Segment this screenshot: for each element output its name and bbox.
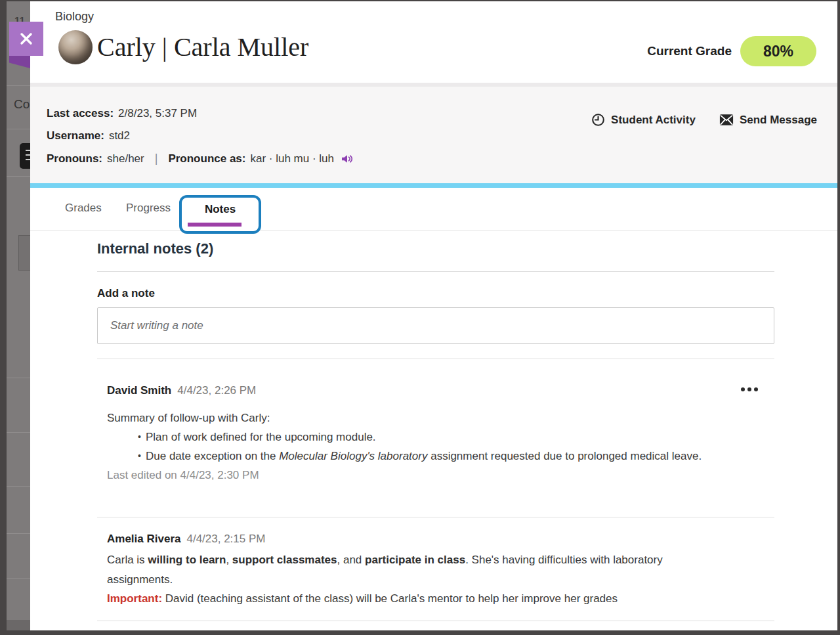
- dimmed-background-page: 11 Co: [7, 1, 30, 630]
- tab-progress[interactable]: Progress: [126, 202, 171, 215]
- tab-bar: Grades Progress Notes: [30, 188, 837, 231]
- student-avatar: [58, 30, 93, 64]
- last-access-value: 2/8/23, 5:37 PM: [118, 107, 197, 120]
- background-input-edge: [18, 235, 30, 271]
- background-divider: [7, 533, 30, 534]
- background-divider: [7, 176, 30, 177]
- note-text-bold: willing to learn: [148, 554, 226, 566]
- username-value: std2: [109, 129, 130, 142]
- note-author: Amelia Rivera: [107, 533, 180, 545]
- username-label: Username:: [47, 129, 104, 142]
- tab-grades[interactable]: Grades: [65, 202, 102, 215]
- important-label: Important:: [107, 592, 162, 605]
- send-message-label: Send Message: [740, 114, 817, 127]
- divider: [97, 359, 774, 359]
- envelope-icon: [719, 114, 734, 126]
- background-divider: [7, 85, 30, 86]
- note-text: Important: David (teaching assistant of …: [107, 589, 727, 609]
- note-text: assignment requested due to prolonged me…: [427, 450, 702, 462]
- menu-icon: [20, 143, 30, 169]
- note-text-italic: Molecular Biology's laboratory: [279, 450, 427, 462]
- pronouns-row: Pronouns: she/her | Pronounce as: kar · …: [47, 152, 354, 165]
- pronounce-audio-button[interactable]: [340, 152, 354, 165]
- close-panel-button[interactable]: [9, 22, 43, 56]
- note-header: David Smith4/4/23, 2:26 PM: [107, 384, 256, 397]
- internal-notes-heading: Internal notes (2): [97, 240, 213, 257]
- speaker-icon: [340, 152, 354, 165]
- student-detail-panel: Biology Carly | Carla Muller Current Gra…: [30, 1, 837, 630]
- note-timestamp: 4/4/23, 2:15 PM: [186, 533, 265, 545]
- note-text: Carla is willing to learn, support class…: [107, 550, 727, 589]
- separator: |: [155, 152, 158, 165]
- note-header: Amelia Rivera4/4/23, 2:15 PM: [107, 533, 265, 546]
- background-divider: [7, 378, 30, 378]
- section-accent-bar: [30, 183, 837, 188]
- pronounce-label: Pronounce as:: [168, 152, 245, 165]
- background-partial-text: Co: [14, 97, 30, 112]
- background-divider: [7, 129, 30, 129]
- note-author: David Smith: [107, 384, 171, 397]
- active-tab-underline: [188, 223, 242, 227]
- header-actions: Student Activity Send Message: [591, 113, 817, 127]
- background-divider: [7, 486, 30, 487]
- tab-notes-label: Notes: [182, 203, 259, 216]
- student-name-title: Carly | Carla Muller: [97, 29, 308, 66]
- note-bullet-item: • Due date exception on the Molecular Bi…: [107, 447, 702, 466]
- bullet-glyph: •: [138, 427, 141, 447]
- note-options-button[interactable]: [738, 385, 761, 394]
- background-footer-strip: [7, 620, 30, 630]
- note-body: Summary of follow-up with Carly: • Plan …: [107, 408, 702, 485]
- note-last-edited: Last edited on 4/4/23, 2:30 PM: [107, 466, 702, 485]
- current-grade-label: Current Grade: [647, 44, 732, 58]
- note-text-bold: participate in class: [365, 554, 465, 566]
- student-activity-button[interactable]: Student Activity: [591, 113, 696, 127]
- pronouns-label: Pronouns:: [47, 152, 102, 165]
- divider: [97, 271, 774, 272]
- panel-header: Biology Carly | Carla Muller Current Gra…: [30, 1, 837, 83]
- note-bullet-item: • Plan of work defined for the upcoming …: [107, 427, 702, 447]
- note-body: Carla is willing to learn, support class…: [107, 550, 727, 609]
- last-access-label: Last access:: [47, 107, 114, 120]
- note-text-bold: support classmates: [232, 554, 337, 566]
- student-info-band: Last access: 2/8/23, 5:37 PM Username: s…: [30, 87, 837, 183]
- student-activity-label: Student Activity: [611, 114, 696, 127]
- background-divider: [7, 578, 30, 579]
- grade-pill: 80%: [740, 36, 816, 66]
- current-grade: Current Grade 80%: [647, 36, 816, 66]
- username-row: Username: std2: [47, 129, 130, 142]
- tab-notes[interactable]: Notes: [179, 195, 261, 234]
- send-message-button[interactable]: Send Message: [719, 113, 817, 127]
- pronounce-value: kar · luh mu · luh: [250, 152, 334, 165]
- note-timestamp: 4/4/23, 2:26 PM: [177, 384, 256, 397]
- close-icon: [18, 31, 34, 47]
- note-text: Plan of work defined for the upcoming mo…: [146, 431, 376, 443]
- note-input[interactable]: [97, 307, 774, 344]
- clock-icon: [591, 113, 605, 127]
- pronouns-value: she/her: [107, 152, 144, 165]
- screen: 11 Co Biology Carly | Carla Muller Curre…: [0, 0, 840, 635]
- note-text: Due date exception on the: [146, 450, 279, 462]
- add-note-label: Add a note: [97, 287, 155, 300]
- last-access-row: Last access: 2/8/23, 5:37 PM: [47, 107, 197, 120]
- note-text: Summary of follow-up with Carly:: [107, 408, 702, 427]
- notes-tab-content: Internal notes (2) Add a note David Smit…: [30, 231, 837, 630]
- background-divider: [7, 432, 30, 433]
- divider: [97, 517, 774, 517]
- divider: [97, 621, 774, 621]
- note-bullet-list: • Plan of work defined for the upcoming …: [107, 427, 702, 466]
- course-name: Biology: [55, 10, 94, 24]
- bullet-glyph: •: [138, 447, 141, 466]
